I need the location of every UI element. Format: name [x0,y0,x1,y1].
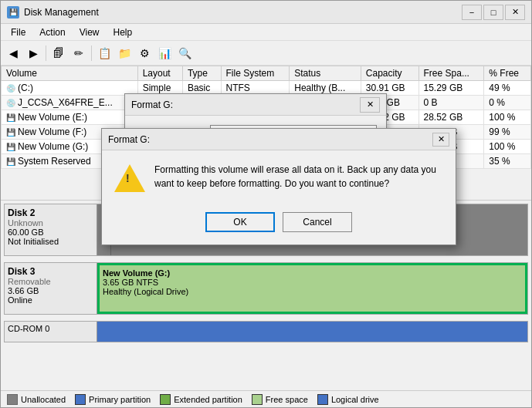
legend: Unallocated Primary partition Extended p… [1,390,531,407]
disk3-row: Disk 3 Removable 3.66 GB Online New Volu… [4,262,528,315]
toolbar-search[interactable]: 🔍 [175,44,194,62]
col-freespace[interactable]: Free Spa... [418,66,484,81]
legend-freespace-label: Free space [266,395,308,404]
cdrom-label: CD-ROM 0 [5,322,97,342]
cell-free: 0 B [418,96,484,110]
col-filesystem[interactable]: File System [221,66,290,81]
legend-unallocated-box [7,394,18,405]
cell-pct: 99 % [484,125,531,140]
cell-free: 15.29 GB [418,81,484,96]
cell-pct: 0 % [484,96,531,110]
menu-view[interactable]: View [73,25,107,40]
toolbar-sep2 [91,46,92,61]
ok-button[interactable]: OK [205,212,275,232]
toolbar-properties[interactable]: 🗐 [49,44,68,62]
legend-extended: Extended partition [160,394,242,405]
menu-bar: File Action View Help [1,24,531,41]
cell-pct: 100 % [484,110,531,125]
confirm-message: Formatting this volume will erase all da… [154,163,443,191]
legend-primary-label: Primary partition [89,395,151,404]
confirm-dialog: Format G: ✕ .warning-triangle::after { c… [101,128,456,245]
col-layout[interactable]: Layout [137,66,182,81]
col-status[interactable]: Status [290,66,361,81]
maximize-button[interactable]: □ [483,5,503,20]
disk3-label: Disk 3 Removable 3.66 GB Online [5,263,97,314]
window-controls: − □ ✕ [462,5,525,20]
format-dialog-bg-title: Format G: [131,99,173,110]
cancel-button[interactable]: Cancel [283,212,352,232]
toolbar-settings[interactable]: ⚙ [135,44,154,62]
menu-file[interactable]: File [4,25,32,40]
cell-pct: 49 % [484,81,531,96]
legend-extended-label: Extended partition [174,395,242,404]
toolbar-folder[interactable]: 📁 [115,44,134,62]
legend-extended-box [160,394,171,405]
toolbar: ◀ ▶ 🗐 ✏ 📋 📁 ⚙ 📊 🔍 [1,41,531,66]
col-type[interactable]: Type [182,66,221,81]
minimize-button[interactable]: − [462,5,482,20]
confirm-title-bar: Format G: ✕ [102,129,456,150]
cdrom-row: CD-ROM 0 [4,321,528,342]
toolbar-forward[interactable]: ▶ [24,44,42,62]
legend-unallocated-label: Unallocated [21,395,66,404]
confirm-buttons: OK Cancel [102,206,456,244]
legend-logical: Logical drive [317,394,379,405]
col-capacity[interactable]: Capacity [361,66,418,81]
cdrom-partitions [97,322,527,342]
legend-logical-label: Logical drive [331,395,379,404]
format-dialog-bg-close[interactable]: ✕ [360,97,380,113]
toolbar-edit[interactable]: ✏ [69,44,88,62]
menu-help[interactable]: Help [107,25,140,40]
cell-volume: 💿(C:) [2,81,138,96]
legend-freespace: Free space [252,394,308,405]
cell-free: 28.52 GB [418,110,484,125]
legend-unallocated: Unallocated [7,394,66,405]
menu-action[interactable]: Action [32,25,72,40]
cell-pct: 100 % [484,140,531,154]
col-percentfree[interactable]: % Free [484,66,531,81]
toolbar-chart[interactable]: 📊 [155,44,174,62]
cell-volume: 💾New Volume (E:) [2,110,138,125]
confirm-title: Format G: [108,134,432,145]
disk2-label: Disk 2 Unknown 60.00 GB Not Initialised [5,204,97,255]
toolbar-sep1 [46,46,46,61]
cdrom-partition[interactable] [97,322,527,342]
legend-primary: Primary partition [75,394,151,405]
legend-logical-box [317,394,328,405]
legend-primary-box [75,394,86,405]
warning-icon: .warning-triangle::after { content: '!';… [114,163,145,194]
toolbar-new[interactable]: 📋 [95,44,114,62]
cell-pct: 35 % [484,154,531,169]
warning-triangle: .warning-triangle::after { content: '!';… [114,164,145,192]
window-title: Disk Management [24,7,462,18]
disk3-logical-partition[interactable]: New Volume (G:) 3.65 GB NTFS Healthy (Lo… [97,263,527,314]
toolbar-back[interactable]: ◀ [4,44,22,62]
cell-volume: 💿J_CCSA_X64FRE_E... [2,96,138,110]
main-window: 💾 Disk Management − □ ✕ File Action View… [0,0,532,408]
col-volume[interactable]: Volume [2,66,138,81]
confirm-body: .warning-triangle::after { content: '!';… [102,150,456,206]
legend-freespace-box [252,394,263,405]
format-dialog-bg-titlebar: Format G: ✕ [125,94,386,116]
app-icon: 💾 [7,6,19,19]
title-bar: 💾 Disk Management − □ ✕ [1,1,531,24]
disk3-partitions: New Volume (G:) 3.65 GB NTFS Healthy (Lo… [97,263,527,314]
confirm-close-button[interactable]: ✕ [432,133,449,147]
close-button[interactable]: ✕ [505,5,525,20]
